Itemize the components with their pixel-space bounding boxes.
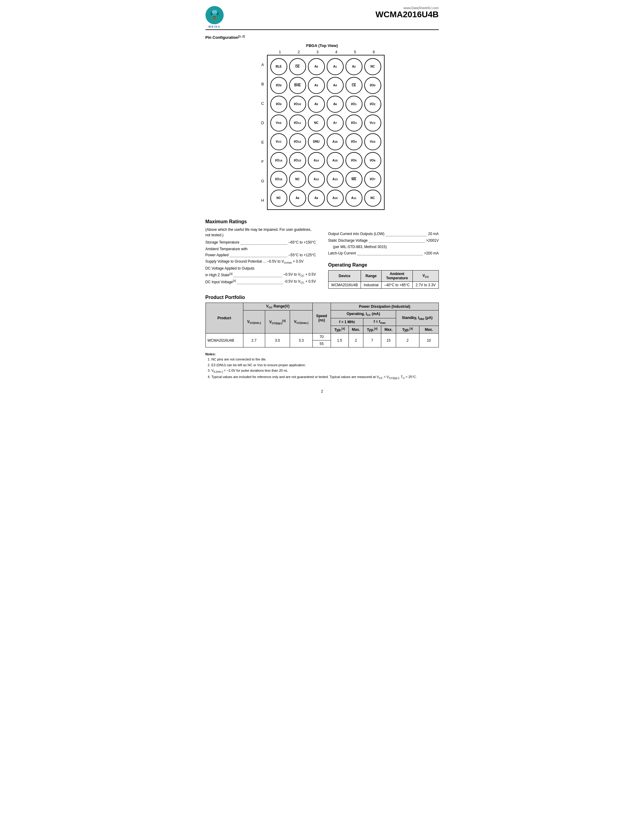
fbga-row-D: VSS I/O11 NC A7 I/O3 VCC: [269, 114, 382, 132]
note-3: VIL(min.) = −2.0V for pulse durations le…: [211, 368, 439, 374]
op-col-vcc: VCC: [413, 270, 438, 282]
max-ratings-intro: (Above which the useful life may be impa…: [206, 227, 316, 238]
pin-F1: I/O14: [270, 152, 287, 169]
col-speed: Speed(ns): [312, 303, 331, 333]
spec-dc-outputs-label: DC Voltage Applied to Outputs: [206, 265, 316, 271]
pin-H3: A9: [308, 190, 325, 207]
op-temp: –40°C to +85°C: [381, 282, 413, 289]
prod-vcc-typ: 3.0: [265, 333, 290, 347]
col-fmax: f = fmax: [363, 318, 396, 326]
pin-F6: I/O6: [364, 152, 381, 169]
pin-G1: I/O15: [270, 171, 287, 188]
fbga-pin-grid: BLE OE A0 A1 A2 NC I/O8 BHE A3 A4 CE: [267, 55, 385, 210]
pin-A4: A1: [327, 58, 344, 75]
col-standby: Standby, ISB2 (μA): [396, 310, 438, 326]
fbga-row-A: BLE OE A0 A1 A2 NC: [269, 57, 382, 76]
pin-C6: I/O2: [364, 96, 381, 113]
op-col-temp: AmbientTemperature: [381, 270, 413, 282]
header-right: www.DataSheet4U.com WCMA2016U4B: [375, 6, 439, 19]
spec-storage-temp: Storage Temperature –65°C to +150°C: [206, 240, 316, 245]
fbga-row-C: I/O9 I/O10 A5 A6 I/O1 I/O2: [269, 95, 382, 114]
fbga-col-headers: 1 2 3 4 5 6: [270, 50, 383, 54]
spec-ambient-label: Ambient Temperature with: [206, 246, 316, 252]
fbga-grid-content: A B C D E F G H BLE OE A0 A1 A: [260, 55, 385, 210]
col-power-dissip: Power Dissipation (Industrial): [331, 303, 438, 310]
prod-vcc-max: 3.3: [290, 333, 312, 347]
op-range: Industrial: [361, 282, 381, 289]
pin-G6: I/O7: [364, 171, 381, 188]
pin-E6: VSS: [364, 133, 381, 150]
col-header-3: 3: [308, 50, 327, 54]
header-divider: [206, 29, 439, 30]
pin-B3: A3: [308, 77, 325, 94]
col-fm-typ: Typ.[4]: [363, 326, 381, 333]
col-vcc-typ: VCC(typ.)[4]: [265, 310, 290, 333]
pin-F3: A14: [308, 152, 325, 169]
spec-output-current: Output Current into Outputs (LOW) 20 mA: [328, 231, 439, 237]
col-product: Product: [206, 303, 243, 333]
portfolio-heading: Product Portfolio: [206, 295, 439, 300]
spec-dc-input: DC Input Voltage[3] -0.5V to VCC + 0.5V: [206, 279, 316, 285]
row-label-B: B: [260, 74, 266, 93]
note-4: Typical values are included for referenc…: [211, 375, 439, 380]
col-fm-max: Max.: [381, 326, 396, 333]
col-header-1: 1: [270, 50, 290, 54]
pin-H2: A8: [289, 190, 306, 207]
col-vcc-max: VCC(max.): [290, 310, 312, 333]
row-label-E: E: [260, 133, 266, 151]
op-device: WCMA2016U4B: [328, 282, 361, 289]
pin-H6: NC: [364, 190, 381, 207]
op-col-range: Range: [361, 270, 381, 282]
pin-A6: NC: [364, 58, 381, 75]
portfolio-table: Product VCC Range(V) Speed(ns) Power Dis…: [206, 302, 439, 347]
op-range-table: Device Range AmbientTemperature VCC WCMA…: [328, 270, 439, 289]
pin-A5: A2: [346, 58, 362, 75]
row-label-H: H: [260, 191, 266, 210]
spec-dc-outputs: in High Z State[3] –0.5V to VCC + 0.5V: [206, 272, 316, 278]
pin-E3: DNU: [308, 133, 325, 150]
pin-E5: I/O4: [346, 133, 362, 150]
spec-mil-std: (per MIL-STD-883, Method 3015): [328, 244, 439, 250]
prod-stby-typ: 2: [396, 333, 419, 347]
prod-speed-1: 70: [312, 333, 331, 341]
col-f1-typ: Typ.[4]: [331, 326, 349, 333]
pin-H5: A11: [346, 190, 362, 207]
chip-title: WCMA2016U4B: [375, 10, 439, 19]
prod-f1-typ: 1.5: [331, 333, 349, 347]
col-header-4: 4: [327, 50, 346, 54]
row-label-F: F: [260, 152, 266, 171]
prod-vcc-min: 2.7: [243, 333, 265, 347]
fbga-row-F: I/O14 I/O13 A14 A15 I/O5 I/O6: [269, 151, 382, 170]
col-stby-max: Max.: [419, 326, 438, 333]
pin-B5: CE: [346, 77, 362, 94]
row-label-C: C: [260, 94, 266, 113]
pin-C1: I/O9: [270, 96, 287, 113]
prod-stby-max: 10: [419, 333, 438, 347]
pin-G5: WE: [346, 171, 362, 188]
prod-fm-max: 15: [381, 333, 396, 347]
fbga-container: FBGA (Top View) 1 2 3 4 5 6 A B C D E F …: [206, 43, 439, 210]
pin-C3: A5: [308, 96, 325, 113]
pin-B2: BHE: [289, 77, 306, 94]
pin-D4: A7: [327, 114, 344, 132]
pin-C5: I/O1: [346, 96, 362, 113]
fbga-row-B: I/O8 BHE A3 A4 CE I/O0: [269, 76, 382, 95]
pin-A3: A0: [308, 58, 325, 75]
col-operating: Operating, ICC (mA): [331, 310, 396, 318]
pin-E2: I/O12: [289, 133, 306, 150]
fbga-title: FBGA (Top View): [306, 43, 338, 48]
svg-rect-3: [213, 17, 216, 20]
logo-area: WEIDA: [206, 6, 224, 28]
max-ratings-col: Maximum Ratings (Above which the useful …: [206, 219, 316, 289]
fbga-row-H: NC A8 A9 A10 A11 NC: [269, 189, 382, 207]
spec-latch-up: Latch-Up Current >200 mA: [328, 251, 439, 256]
two-col-section: Maximum Ratings (Above which the useful …: [206, 219, 439, 289]
pin-D3: NC: [308, 114, 325, 132]
pin-E4: A16: [327, 133, 344, 150]
prod-fm-typ: 7: [363, 333, 381, 347]
op-range-row: WCMA2016U4B Industrial –40°C to +85°C 2.…: [328, 282, 438, 289]
pin-E1: VCC: [270, 133, 287, 150]
col-vcc-min: VCC(min.): [243, 310, 265, 333]
brand-name: WEIDA: [209, 25, 221, 28]
col-header-2: 2: [290, 50, 308, 54]
